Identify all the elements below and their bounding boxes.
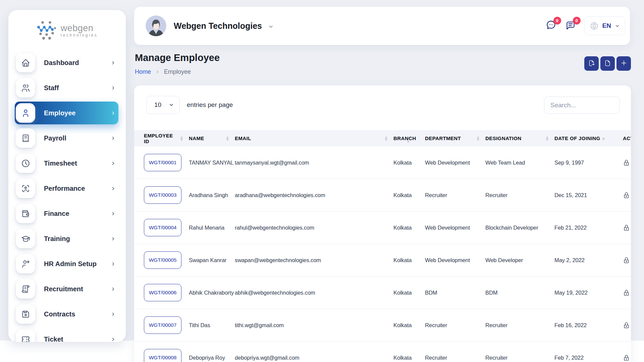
entries-per-page-select[interactable]: 10 [147,96,180,114]
sidebar-item-ticket[interactable]: Ticket [16,329,118,342]
chat-button[interactable]: 0 [545,20,557,32]
employee-table-card: 10 entries per page EMPLOYEE ID▲▼NAME▲▼E… [134,85,631,362]
sidebar-item-performance[interactable]: Performance [16,179,118,198]
sort-icon[interactable]: ▼ [407,140,410,143]
employee-id-badge[interactable]: WGT/00007 [144,316,181,334]
cell-date-of-joining: Feb 7, 2022 [554,355,623,361]
sidebar-item-label: Payroll [44,134,66,142]
sort-icon[interactable]: ▲▼ [385,136,387,141]
sort-icon[interactable]: ▲▼ [546,136,548,141]
sort-icon[interactable]: ▲▼ [477,136,479,141]
cell-department: Web Development [425,225,485,231]
language-selector[interactable]: EN [584,16,625,35]
table-row: WGT/00003Aradhana Singharadhana@webgente… [134,179,631,212]
table-row: WGT/00005Swapan Kanrarswapan@webgentechn… [134,244,631,277]
column-header-name[interactable]: NAME▲▼ [189,135,235,141]
lock-action-button[interactable] [623,289,631,296]
cell-department: Web Development [425,257,485,263]
column-header-employee-id[interactable]: EMPLOYEE ID▲▼ [144,133,189,144]
school-icon [16,229,35,248]
search-input[interactable] [544,97,620,114]
chevron-right-icon [111,236,116,241]
column-header-designation[interactable]: DESIGNATION▲▼ [485,135,554,141]
message-count-badge: 0 [573,17,581,24]
cell-name: Swapan Kanrar [189,257,235,263]
sidebar-item-label: Recruitment [44,285,83,293]
sort-icon[interactable]: ▲▼ [180,136,183,141]
employee-id-badge[interactable]: WGT/00006 [144,284,181,301]
sidebar-item-training[interactable]: Training [16,229,118,248]
file-button[interactable] [600,56,615,71]
lock-action-button[interactable] [623,322,631,329]
cell-designation: Web Developer [485,257,554,263]
sidebar-item-label: Timesheet [44,160,77,167]
chevron-right-icon [111,111,116,116]
column-header-branch[interactable]: BRANCH▼ [393,135,425,141]
clock-icon [16,154,35,173]
column-header-email[interactable]: EMAIL▲▼ [235,135,393,141]
file-export-icon [588,60,595,68]
employee-id-badge[interactable]: WGT/00001 [144,154,181,171]
cell-department: BDM [425,290,485,296]
lock-action-button[interactable] [623,192,631,199]
sidebar-item-label: Contracts [44,310,75,318]
table-row: WGT/00006Abhik Chakrabortyabhik@webgente… [134,277,631,309]
lock-action-button[interactable] [623,354,631,361]
cell-department: Recruiter [425,192,485,198]
sidebar-item-dashboard[interactable]: Dashboard [16,53,118,72]
sidebar-item-timesheet[interactable]: Timesheet [16,154,118,173]
company-switcher[interactable]: Webgen Technologies [174,7,274,45]
lock-action-button[interactable] [623,257,631,264]
cell-email: tithi.wgt@gmail.com [235,322,393,328]
sort-icon[interactable]: ▲▼ [226,136,229,141]
sidebar-item-label: Employee [44,109,75,117]
table-header-row: EMPLOYEE ID▲▼NAME▲▼EMAIL▲▼BRANCH▼DEPARTM… [134,130,631,146]
sidebar-item-recruitment[interactable]: Recruitment [16,279,118,299]
lock-action-button[interactable] [623,159,631,166]
user-icon [16,103,35,123]
column-header-department[interactable]: DEPARTMENT▲▼ [425,135,485,141]
messages-button[interactable]: 0 [565,20,576,32]
cell-name: Abhik Chakraborty [189,290,235,296]
employee-id-badge[interactable]: WGT/00003 [144,186,181,204]
sidebar-item-payroll[interactable]: Payroll [16,128,118,148]
chevron-down-icon [169,102,174,108]
sidebar-item-hr-admin-setup[interactable]: HR Admin Setup [16,254,118,274]
brand-logo: webgen technologies [8,20,126,41]
sidebar-item-staff[interactable]: Staff [16,78,118,98]
sidebar-item-label: HR Admin Setup [44,260,97,268]
column-header-date-of-joining[interactable]: DATE OF JOINING▼ [554,135,623,141]
cell-name: Debopriya Roy [189,355,235,361]
breadcrumb-home-link[interactable]: Home [135,68,151,75]
chevron-right-icon [111,136,116,141]
users-icon [16,78,35,98]
sidebar-item-label: Training [44,235,70,243]
employee-id-badge[interactable]: WGT/00004 [144,219,181,236]
sidebar-item-label: Performance [44,185,85,192]
avatar[interactable] [146,15,166,36]
sidebar-item-finance[interactable]: Finance [16,204,118,223]
column-header-action: ACTION [623,135,631,141]
add-employee-button[interactable] [616,56,631,71]
cell-designation: Recruiter [485,192,554,198]
table-body: WGT/00001TANMAY SANYALtanmaysanyal.wgt@g… [134,146,631,362]
avatar-image [146,15,166,36]
page-toolbar [584,56,631,71]
export-file-button[interactable] [584,56,599,71]
sidebar-item-employee[interactable]: Employee [16,103,118,123]
chevron-right-icon [111,312,116,317]
employee-id-badge[interactable]: WGT/00008 [144,349,181,362]
language-label: EN [602,22,611,29]
cell-branch: Kolkata [393,225,425,231]
lock-action-button[interactable] [623,224,631,231]
cell-email: rahul@webgentechnologies.com [235,225,393,231]
brand-logo-icon [37,20,57,41]
sort-icon[interactable]: ▼ [602,137,605,141]
brand-tagline: technologies [61,33,98,38]
employee-id-badge[interactable]: WGT/00005 [144,251,181,269]
chevron-right-icon [111,161,116,166]
sidebar-item-contracts[interactable]: Contracts [16,304,118,324]
cell-department: Web Development [425,160,485,166]
plus-icon [620,59,628,68]
floppy-icon [16,304,35,324]
